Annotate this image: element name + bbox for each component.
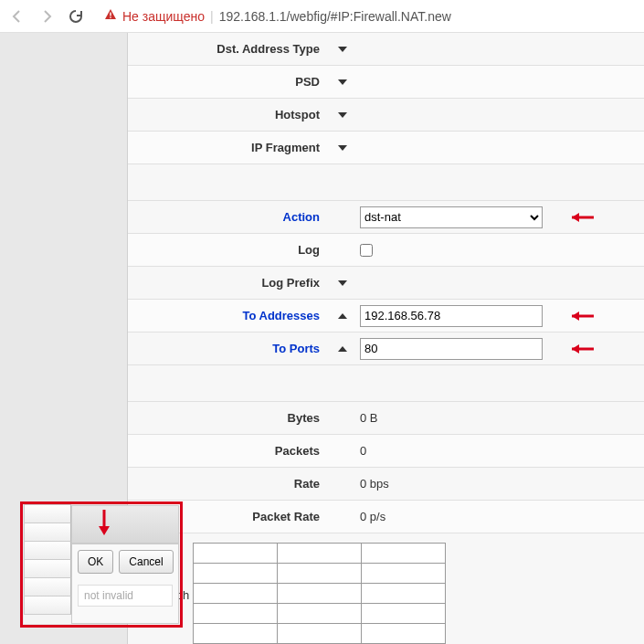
security-label: Не защищено <box>122 9 205 24</box>
reload-button[interactable] <box>66 6 86 26</box>
dialog: OK Cancel not invalid <box>24 505 179 624</box>
toggle-log-prefix[interactable] <box>338 280 347 286</box>
url-separator: | <box>210 9 214 24</box>
address-bar[interactable]: Не защищено | 192.168.1.1/webfig/#IP:Fir… <box>104 8 451 24</box>
svg-rect-0 <box>110 13 111 16</box>
label-to-ports: To Ports <box>128 342 329 355</box>
action-select[interactable]: dst-nat <box>360 206 543 228</box>
rate-graph-table <box>193 543 446 644</box>
dialog-body: OK Cancel not invalid <box>71 544 179 624</box>
row-rate: Rate 0 bps <box>128 468 644 501</box>
row-hotspot: Hotspot <box>128 99 644 132</box>
label-action: Action <box>128 210 329 224</box>
browser-bar: Не защищено | 192.168.1.1/webfig/#IP:Fir… <box>0 0 644 33</box>
annotation-arrow-action <box>570 210 601 225</box>
dialog-header <box>71 505 179 544</box>
toggle-psd[interactable] <box>338 79 347 85</box>
svg-rect-1 <box>110 17 111 18</box>
to-ports-input[interactable] <box>360 338 543 360</box>
toggle-ip-fragment[interactable] <box>338 145 347 151</box>
row-to-ports: To Ports <box>128 333 644 365</box>
value-bytes: 0 B <box>360 411 378 425</box>
row-log: Log <box>128 234 644 267</box>
row-psd: PSD <box>128 66 644 99</box>
back-button[interactable] <box>7 6 27 26</box>
cancel-button[interactable]: Cancel <box>119 550 173 574</box>
row-dst-address-type: Dst. Address Type <box>128 33 644 66</box>
log-checkbox[interactable] <box>360 244 373 257</box>
toggle-hotspot[interactable] <box>338 112 347 118</box>
main-content: Dst. Address Type PSD Hotspot IP Fragmen… <box>128 33 644 644</box>
row-log-prefix: Log Prefix <box>128 267 644 300</box>
label-ip-fragment: IP Fragment <box>128 141 329 154</box>
row-rate-graph: Rate Graph <box>128 533 644 644</box>
to-addresses-input[interactable] <box>360 305 543 327</box>
warning-icon <box>104 8 117 24</box>
toggle-dst-address-type[interactable] <box>338 47 347 52</box>
label-rate: Rate <box>128 477 329 491</box>
toggle-to-addresses[interactable] <box>338 313 347 319</box>
label-log: Log <box>128 243 329 257</box>
section-spacer-1 <box>128 164 644 201</box>
row-to-addresses: To Addresses <box>128 300 644 333</box>
section-spacer-2 <box>128 365 644 402</box>
value-packets: 0 <box>360 444 366 458</box>
row-ip-fragment: IP Fragment <box>128 132 644 164</box>
row-action: Action dst-nat <box>128 201 644 234</box>
dialog-status: not invalid <box>78 585 173 607</box>
label-bytes: Bytes <box>128 411 329 425</box>
row-bytes: Bytes 0 B <box>128 402 644 435</box>
label-dst-address-type: Dst. Address Type <box>128 42 329 56</box>
row-packets: Packets 0 <box>128 435 644 468</box>
label-psd: PSD <box>128 75 329 89</box>
value-rate: 0 bps <box>360 477 389 491</box>
dialog-sidebar <box>24 505 71 624</box>
annotation-arrow-addresses <box>570 309 601 323</box>
ok-button[interactable]: OK <box>78 550 113 574</box>
value-packet-rate: 0 p/s <box>360 510 385 523</box>
row-packet-rate: Packet Rate 0 p/s <box>128 501 644 533</box>
url-text: 192.168.1.1/webfig/#IP:Firewall.NAT.new <box>219 9 451 24</box>
forward-button[interactable] <box>37 6 57 26</box>
annotation-arrow-ports <box>570 342 601 356</box>
toggle-to-ports[interactable] <box>338 346 347 352</box>
label-to-addresses: To Addresses <box>128 309 329 322</box>
label-hotspot: Hotspot <box>128 108 329 121</box>
label-log-prefix: Log Prefix <box>128 276 329 290</box>
label-packets: Packets <box>128 444 329 458</box>
